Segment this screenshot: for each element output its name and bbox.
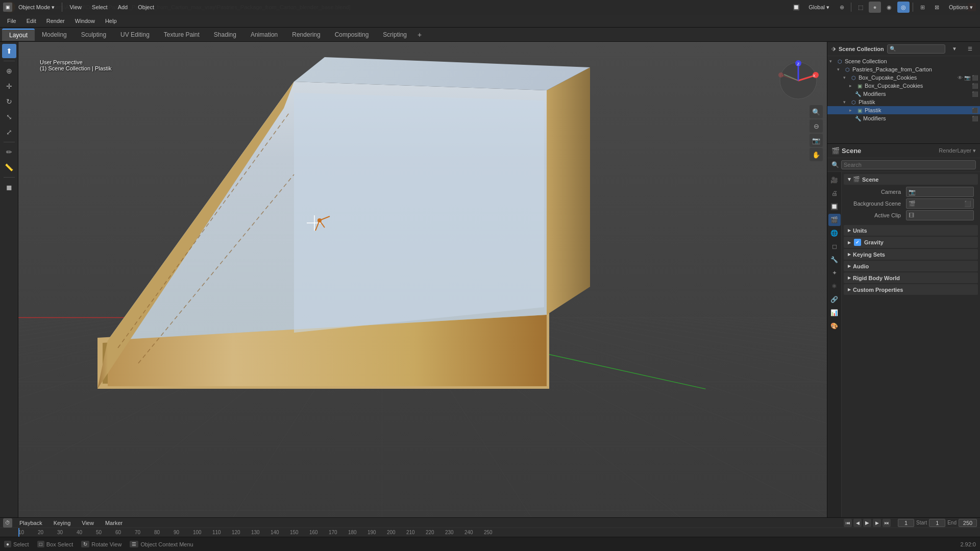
tool-transform[interactable]: ⤢ (2, 125, 16, 139)
outliner-item-plastik-parent[interactable]: ▾ ⬡ Plastik (827, 98, 980, 106)
tool-scale[interactable]: ⤡ (2, 110, 16, 124)
transform-icon[interactable]: ⊕ (836, 2, 848, 13)
viewport-object-menu[interactable]: Object (134, 3, 158, 11)
props-search-input[interactable] (841, 160, 976, 169)
tab-modeling[interactable]: Modeling (35, 29, 74, 40)
tab-layout[interactable]: Layout (2, 29, 35, 41)
tool-rotate[interactable]: ↻ (2, 94, 16, 109)
keying-menu[interactable]: Keying (50, 519, 75, 527)
props-tab-material[interactable]: 🎨 (828, 320, 841, 332)
props-tab-data[interactable]: 📊 (828, 307, 841, 319)
restrict-eye[interactable]: 👁 (958, 75, 963, 81)
restrict-render[interactable]: ⬛ (972, 75, 978, 81)
tool-annotate[interactable]: ✏ (2, 145, 16, 159)
props-tab-world[interactable]: 🌐 (828, 227, 841, 239)
timeline-view-menu[interactable]: View (78, 519, 98, 527)
custom-props-header[interactable]: ▸ Custom Properties (844, 284, 978, 295)
outliner-filter[interactable]: ▼ (948, 43, 961, 55)
outliner-item-box-cupcake-mesh[interactable]: ▸ ▣ Box_Cupcake_Cookies ⬛ (827, 82, 980, 90)
playback-menu[interactable]: Playback (15, 519, 46, 527)
restrict-cam[interactable]: 📷 (964, 75, 970, 81)
menu-edit[interactable]: Edit (22, 17, 40, 25)
xray-btn[interactable]: ⊠ (930, 2, 943, 13)
menu-render[interactable]: Render (42, 17, 69, 25)
outliner-item-box-cupcake-parent[interactable]: ▾ ⬡ Box_Cupcake_Cookies 👁 📷 ⬛ (827, 73, 980, 82)
3d-viewport[interactable]: User Perspective (1) Scene Collection | … (18, 42, 827, 517)
props-tab-physics[interactable]: ⚛ (828, 280, 841, 292)
outliner-item-modifiers-1[interactable]: 🔧 Modifiers ⬛ (827, 90, 980, 98)
outliner-item-plastik-mesh[interactable]: ▸ ▣ Plastik ⬛ (827, 106, 980, 114)
outliner-search[interactable] (887, 44, 945, 54)
wireframe-btn[interactable]: ⬚ (854, 2, 867, 13)
prev-frame-btn[interactable]: ◀ (853, 519, 862, 527)
bg-scene-field[interactable]: 🎬 ⬛ (906, 198, 974, 209)
active-clip-field[interactable]: 🎞 (906, 210, 974, 220)
props-tab-scene[interactable]: 🎬 (828, 214, 841, 226)
tool-cursor[interactable]: ⊕ (2, 64, 16, 78)
audio-header[interactable]: ▸ Audio (844, 261, 978, 271)
units-header[interactable]: ▸ Units (844, 225, 978, 236)
tool-add-cube[interactable]: ◼ (2, 180, 16, 194)
timeline-body[interactable]: 10 20 30 40 50 60 70 80 90 100 110 120 1… (0, 528, 980, 537)
viewport-mode-icon[interactable]: ▣ (3, 3, 12, 12)
gravity-header[interactable]: ▸ ✓ Gravity (844, 237, 978, 248)
keying-header[interactable]: ▸ Keying Sets (844, 249, 978, 260)
menu-help[interactable]: Help (101, 17, 121, 25)
jump-end-btn[interactable]: ⏭ (883, 519, 891, 527)
snap-icon[interactable]: 🔲 (790, 2, 802, 13)
menu-window[interactable]: Window (71, 17, 99, 25)
options-btn[interactable]: Options ▾ (945, 3, 977, 12)
jump-start-btn[interactable]: ⏮ (844, 519, 852, 527)
tab-uv-editing[interactable]: UV Editing (113, 29, 157, 40)
next-frame-btn[interactable]: ▶ (873, 519, 881, 527)
solid-btn[interactable]: ● (869, 2, 881, 13)
scene-section-header[interactable]: ▾ 🎬 Scene (844, 174, 978, 185)
props-tab-particles[interactable]: ✦ (828, 267, 841, 279)
tab-animation[interactable]: Animation (243, 29, 285, 40)
props-tab-view-layer[interactable]: 🔲 (828, 201, 841, 213)
viewport-select-menu[interactable]: Select (88, 3, 112, 11)
add-workspace-button[interactable]: + (414, 29, 425, 40)
outliner-item-modifiers-2[interactable]: 🔧 Modifiers ⬛ (827, 114, 980, 122)
marker-menu[interactable]: Marker (101, 519, 127, 527)
end-frame-input[interactable] (959, 519, 977, 527)
outliner-item-scene-collection[interactable]: ▾ ⬡ Scene Collection (827, 57, 980, 65)
object-mode-dropdown[interactable]: Object Mode ▾ (14, 3, 59, 12)
zoom-in-btn[interactable]: 🔍 (810, 105, 823, 118)
props-tab-render[interactable]: 🎥 (828, 174, 841, 186)
camera-field[interactable]: 📷 (906, 187, 974, 197)
material-preview-btn[interactable]: ◉ (883, 2, 895, 13)
current-frame-input[interactable] (898, 519, 914, 527)
outliner-options[interactable]: ☰ (964, 43, 976, 55)
viewport-add-menu[interactable]: Add (114, 3, 132, 11)
transform-global[interactable]: Global ▾ (804, 3, 834, 12)
tool-select[interactable]: ⬆ (2, 44, 16, 58)
tab-scripting[interactable]: Scripting (376, 29, 414, 40)
timeline-icon[interactable]: ⏱ (3, 518, 12, 528)
tab-rendering[interactable]: Rendering (285, 29, 327, 40)
gravity-check[interactable]: ✓ (854, 239, 861, 246)
menu-file[interactable]: File (3, 17, 20, 25)
tab-sculpting[interactable]: Sculpting (74, 29, 113, 40)
viewport-view-menu[interactable]: View (65, 3, 86, 11)
pan-btn[interactable]: ✋ (810, 148, 823, 161)
frame-num: 130 (251, 530, 271, 535)
render-layer-select[interactable]: RenderLayer ▾ (939, 147, 976, 154)
props-tab-modifier[interactable]: 🔧 (828, 254, 841, 266)
props-tab-object[interactable]: ◻ (828, 240, 841, 253)
start-frame-input[interactable] (929, 519, 945, 527)
tab-texture-paint[interactable]: Texture Paint (157, 29, 207, 40)
overlay-btn[interactable]: ⊞ (916, 2, 928, 13)
props-tab-output[interactable]: 🖨 (828, 187, 841, 199)
rendered-btn[interactable]: ◎ (897, 2, 910, 13)
tool-measure[interactable]: 📏 (2, 160, 16, 174)
props-tab-constraints[interactable]: 🔗 (828, 293, 841, 306)
tool-move[interactable]: ✛ (2, 79, 16, 93)
camera-nav-btn[interactable]: 📷 (810, 134, 823, 147)
tab-shading[interactable]: Shading (207, 29, 243, 40)
rigid-body-header[interactable]: ▸ Rigid Body World (844, 272, 978, 283)
outliner-item-pastries[interactable]: ▾ ⬡ Pastries_Package_from_Carton (827, 65, 980, 73)
tab-compositing[interactable]: Compositing (328, 29, 376, 40)
zoom-out-btn[interactable]: ⊖ (810, 119, 823, 133)
play-btn[interactable]: ▶ (863, 519, 871, 527)
